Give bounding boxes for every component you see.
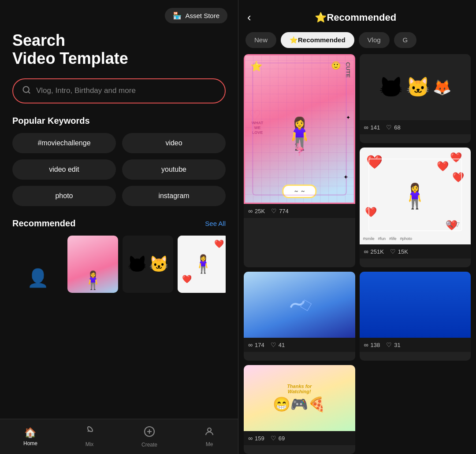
likes-icon-4: ♡: [271, 341, 276, 348]
recommended-thumbnails: 👤 🧍‍♀️ 🐱 🐱 🧍‍♀️ ❤️ ❤️: [12, 236, 226, 293]
likes-icon-6: ♡: [271, 435, 276, 442]
content-grid: ⭐ 🙂 WHATWELOVE CUTE ♡ 🧍‍♀️ 🦩 ～ ～: [238, 54, 476, 454]
likes-icon-5: ♡: [386, 341, 392, 348]
grid-stats-thanks: ∞ 159 ♡ 69: [244, 431, 355, 445]
grid-stats-blue-solid: ∞ 138 ♡ 31: [360, 338, 471, 352]
svg-line-1: [28, 92, 30, 93]
views-icon-5: ∞: [364, 341, 368, 348]
page-title: Search Video Template: [0, 23, 238, 68]
grid-item-hearts[interactable]: ❤️ ❤️ ❤️ ❤️ ❤️ ❤️ 🧍‍♀️ #smile#fun#life#p…: [360, 148, 471, 267]
keywords-grid: #moviechallenge video video edit youtube…: [0, 133, 238, 206]
create-icon: [144, 426, 155, 440]
nav-home[interactable]: 🏠 Home: [23, 427, 37, 447]
keyword-video[interactable]: video: [122, 133, 226, 153]
nav-mix-label: Mix: [86, 441, 94, 447]
nav-me[interactable]: Me: [204, 426, 215, 447]
views-icon-2: ∞: [364, 124, 368, 131]
likes-icon-3: ♡: [390, 248, 396, 255]
grid-item-blue-abstract[interactable]: 〜 □ ∞ 174 ♡ 41: [244, 272, 355, 361]
search-icon: [22, 85, 31, 96]
recommended-header: Recommended See All: [12, 218, 226, 229]
nav-create-label: Create: [141, 442, 157, 448]
likes-icon-2: ♡: [386, 124, 392, 131]
left-panel: 🏪 Asset Store Search Video Template Vlog…: [0, 0, 238, 454]
grid-item-blue-solid[interactable]: ∞ 138 ♡ 31: [360, 272, 471, 361]
nav-mix[interactable]: Mix: [84, 426, 95, 447]
views-blue: ∞ 174: [248, 341, 264, 348]
me-icon: [204, 426, 215, 439]
back-button[interactable]: ‹: [245, 9, 253, 26]
rec-thumb-2[interactable]: 🧍‍♀️: [67, 236, 118, 293]
right-header: ‹ ⭐Recommended: [238, 0, 476, 32]
bottom-nav: 🏠 Home Mix Create: [0, 419, 238, 454]
likes-silhouette: ♡ 68: [386, 124, 400, 131]
thanks-text: Thanks forWatching!: [287, 384, 312, 394]
home-icon: 🏠: [24, 427, 36, 439]
grid-stats-blue: ∞ 174 ♡ 41: [244, 338, 355, 352]
tab-new[interactable]: New: [245, 32, 276, 48]
views-icon-6: ∞: [248, 435, 253, 442]
keyword-instagram[interactable]: instagram: [122, 186, 226, 206]
views-hearts: ∞ 251K: [364, 248, 384, 255]
keyword-youtube[interactable]: youtube: [122, 159, 226, 180]
views-blue-solid: ∞ 138: [364, 341, 380, 348]
tab-vlog[interactable]: Vlog: [359, 32, 390, 48]
asset-icon: 🏪: [173, 11, 182, 20]
recommended-section: Recommended See All 👤 🧍‍♀️ 🐱 🐱: [0, 206, 238, 293]
views-silhouette: ∞ 141: [364, 124, 380, 131]
svg-point-5: [208, 428, 211, 432]
tab-recommended[interactable]: ⭐Recommended: [281, 32, 354, 48]
thanks-chars: 😁🎮🍕: [273, 396, 326, 413]
grid-stats-cute: ∞ 25K ♡ 774: [244, 204, 355, 218]
recommended-section-title: Recommended: [12, 218, 75, 229]
grid-stats-hearts: ∞ 251K ♡ 15K: [360, 244, 471, 258]
keyword-moviechallenge[interactable]: #moviechallenge: [12, 133, 116, 153]
views-thanks: ∞ 159: [248, 435, 264, 442]
likes-thanks: ♡ 69: [271, 435, 285, 442]
tabs-row: New ⭐Recommended Vlog G: [238, 32, 476, 54]
likes-blue-solid: ♡ 31: [386, 341, 400, 348]
likes-hearts: ♡ 15K: [390, 248, 408, 255]
keyword-video-edit[interactable]: video edit: [12, 159, 116, 180]
tab-g[interactable]: G: [394, 32, 417, 48]
top-bar: 🏪 Asset Store: [0, 0, 238, 23]
nav-home-label: Home: [23, 440, 37, 447]
nav-create[interactable]: Create: [141, 426, 157, 448]
keyword-photo[interactable]: photo: [12, 186, 116, 206]
rec-thumb-4[interactable]: 🧍‍♀️ ❤️ ❤️: [178, 236, 226, 293]
views-cute: ∞ 25K: [248, 207, 265, 214]
popular-keywords-title: Popular Keywords: [0, 103, 238, 133]
rec-thumb-1[interactable]: 👤: [12, 236, 63, 293]
mix-icon: [84, 426, 95, 439]
likes-icon: ♡: [271, 207, 277, 214]
nav-me-label: Me: [206, 441, 213, 447]
right-panel: ‹ ⭐Recommended New ⭐Recommended Vlog G ⭐…: [238, 0, 476, 454]
grid-item-cute[interactable]: ⭐ 🙂 WHATWELOVE CUTE ♡ 🧍‍♀️ 🦩 ～ ～: [244, 54, 355, 267]
views-icon-4: ∞: [248, 341, 253, 348]
right-title: ⭐Recommended: [257, 12, 454, 23]
asset-store-button[interactable]: 🏪 Asset Store: [165, 8, 227, 23]
search-box[interactable]: Vlog, Intro, Birthday and more: [12, 78, 226, 103]
views-icon-3: ∞: [364, 248, 368, 255]
search-placeholder-text: Vlog, Intro, Birthday and more: [36, 86, 136, 95]
views-icon: ∞: [248, 207, 253, 214]
grid-item-silhouette[interactable]: 🐱 🐱 🦊 ∞ 141 ♡ 68: [360, 54, 471, 143]
search-box-wrapper: Vlog, Intro, Birthday and more: [0, 68, 238, 103]
likes-blue: ♡ 41: [271, 341, 285, 348]
asset-store-label: Asset Store: [185, 12, 219, 19]
rec-thumb-3[interactable]: 🐱 🐱: [123, 236, 173, 293]
likes-cute: ♡ 774: [271, 207, 289, 214]
grid-item-thanks[interactable]: Thanks forWatching! 😁🎮🍕 ∞ 159 ♡ 69: [244, 365, 355, 454]
see-all-button[interactable]: See All: [205, 220, 226, 227]
grid-stats-silhouette: ∞ 141 ♡ 68: [360, 120, 471, 134]
